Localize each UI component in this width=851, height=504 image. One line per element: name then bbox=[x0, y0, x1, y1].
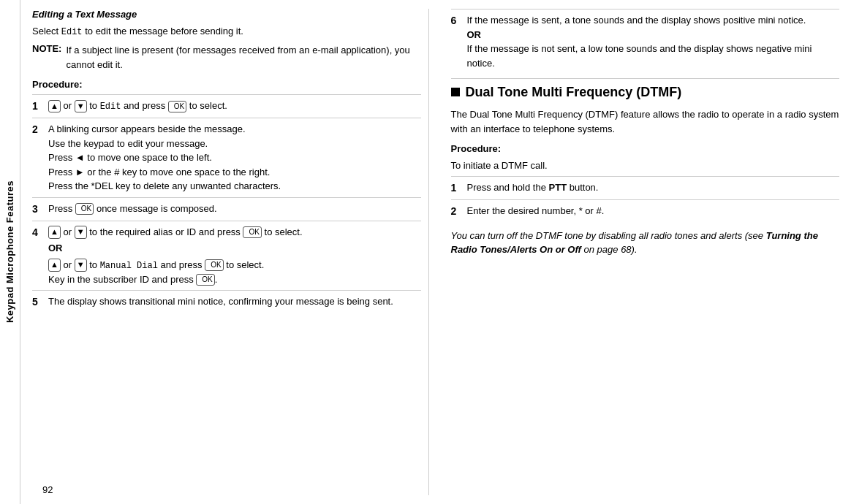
section-divider bbox=[451, 78, 840, 79]
or-word-4: OR bbox=[48, 241, 421, 256]
dtmf-section-header: Dual Tone Multi Frequency (DTMF) bbox=[451, 85, 840, 100]
step-5: 5 The display shows transitional mini no… bbox=[32, 290, 421, 313]
left-column: Editing a Text Message Select Edit to ed… bbox=[32, 9, 429, 495]
ok-icon-3: OK bbox=[75, 203, 94, 215]
dtmf-step-2: 2 Enter the desired number, * or #. bbox=[451, 199, 840, 223]
dtmf-step-1: 1 Press and hold the PTT button. bbox=[451, 176, 840, 199]
black-square-icon bbox=[451, 88, 460, 96]
ok-icon-4b: OK bbox=[205, 259, 223, 271]
procedure-label: Procedure: bbox=[32, 79, 421, 90]
step-6: 6 If the message is sent, a tone sounds … bbox=[451, 9, 840, 74]
step-3: 3 Press OK once message is composed. bbox=[32, 197, 421, 221]
left-intro: Select Edit to edit the message before s… bbox=[32, 24, 421, 39]
step-6-content: If the message is sent, a tone sounds an… bbox=[467, 13, 840, 70]
sidebar-label: Keypad Microphone Features bbox=[4, 180, 15, 323]
note-text: If a subject line is present (for messag… bbox=[66, 43, 420, 72]
note-label: NOTE: bbox=[32, 43, 61, 72]
ok-icon-4: OK bbox=[243, 226, 261, 238]
dtmf-heading: Dual Tone Multi Frequency (DTMF) bbox=[466, 85, 682, 100]
main-content: Editing a Text Message Select Edit to ed… bbox=[20, 0, 851, 504]
up-arrow-icon: ▲ bbox=[48, 100, 61, 112]
dtmf-steps: 1 Press and hold the PTT button. 2 Enter… bbox=[451, 176, 840, 223]
procedure-list: 1 ▲ or ▼ to Edit and press OK to select.… bbox=[32, 94, 421, 313]
dtmf-italic-note: You can turn off the DTMF tone by disabl… bbox=[451, 229, 840, 257]
step6-or-word: OR bbox=[467, 28, 840, 42]
left-section-title: Editing a Text Message bbox=[32, 9, 421, 20]
step-4: 4 ▲ or ▼ to the required alias or ID and… bbox=[32, 221, 421, 291]
step-2: 2 A blinking cursor appears beside the m… bbox=[32, 118, 421, 197]
right-top-list: 6 If the message is sent, a tone sounds … bbox=[451, 9, 840, 74]
step-6-num: 6 bbox=[451, 13, 461, 28]
dtmf-procedure-label: Procedure: bbox=[451, 143, 840, 154]
dtmf-intro: To initiate a DTMF call. bbox=[451, 159, 840, 173]
up-arrow-icon-4: ▲ bbox=[48, 226, 61, 238]
up-arrow-icon-4b: ▲ bbox=[48, 259, 61, 271]
ok-icon-4c: OK bbox=[196, 274, 214, 286]
sidebar: Keypad Microphone Features bbox=[0, 0, 20, 504]
page-number: 92 bbox=[42, 484, 53, 495]
down-arrow-icon-4b: ▼ bbox=[75, 259, 87, 271]
down-arrow-icon: ▼ bbox=[75, 100, 87, 112]
note-block: NOTE: If a subject line is present (for … bbox=[32, 43, 421, 72]
ok-icon-1: OK bbox=[168, 101, 186, 112]
down-arrow-icon-4: ▼ bbox=[75, 226, 87, 238]
right-column: 6 If the message is sent, a tone sounds … bbox=[444, 9, 840, 495]
dtmf-description: The Dual Tone Multi Frequency (DTMF) fea… bbox=[451, 107, 840, 136]
step-1: 1 ▲ or ▼ to Edit and press OK to select. bbox=[32, 94, 421, 118]
